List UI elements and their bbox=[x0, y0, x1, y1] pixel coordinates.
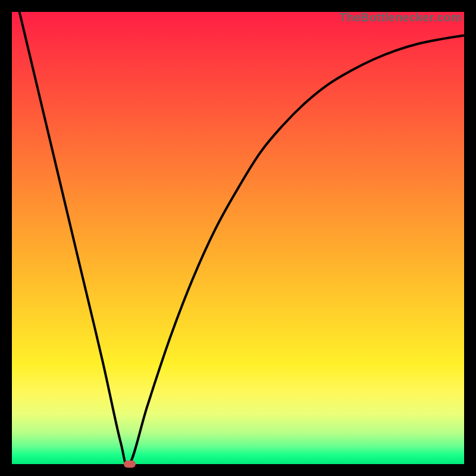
chart-frame: TheBottlenecker.com bbox=[12, 12, 464, 464]
optimal-point-marker bbox=[124, 461, 136, 468]
bottleneck-curve bbox=[12, 12, 464, 464]
